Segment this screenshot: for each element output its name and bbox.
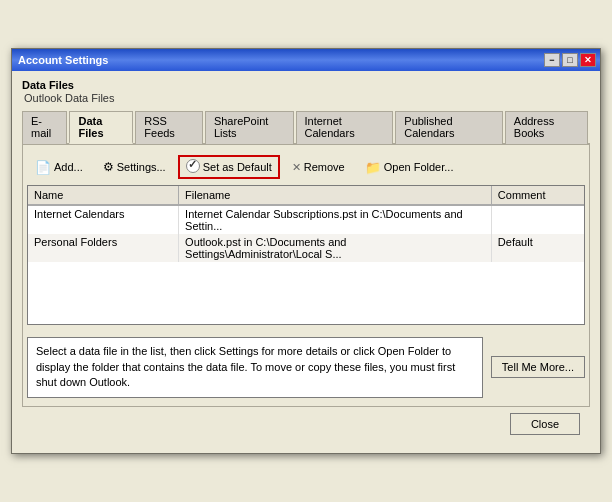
help-text: Select a data file in the list, then cli… [27,337,483,397]
set-default-button[interactable]: Set as Default [178,155,280,179]
minimize-button[interactable]: − [544,53,560,67]
tab-sharepoint-lists[interactable]: SharePoint Lists [205,111,294,144]
window-close-button[interactable]: ✕ [580,53,596,67]
row-filename: Outlook.pst in C:\Documents and Settings… [179,234,492,262]
add-button[interactable]: 📄 Add... [27,156,91,179]
maximize-button[interactable]: □ [562,53,578,67]
row-name: Internet Calendars [28,205,179,234]
col-header-name[interactable]: Name [28,186,179,205]
set-default-label: Set as Default [203,161,272,173]
open-folder-button[interactable]: 📁 Open Folder... [357,156,462,179]
tab-rss-feeds[interactable]: RSS Feeds [135,111,203,144]
remove-label: Remove [304,161,345,173]
close-button[interactable]: Close [510,413,580,435]
remove-icon [292,161,301,174]
settings-label: Settings... [117,161,166,173]
add-label: Add... [54,161,83,173]
toolbar: 📄 Add... ⚙ Settings... Set as Default Re… [23,149,589,185]
settings-icon: ⚙ [103,160,114,174]
tab-published-calendars[interactable]: Published Calendars [395,111,503,144]
row-comment: Default [491,234,584,262]
table-row[interactable]: Personal Folders Outlook.pst in C:\Docum… [28,234,584,262]
tab-address-books[interactable]: Address Books [505,111,588,144]
bottom-area: Select a data file in the list, then cli… [23,329,589,401]
settings-button[interactable]: ⚙ Settings... [95,156,174,178]
open-folder-label: Open Folder... [384,161,454,173]
check-icon [186,159,200,175]
title-bar-buttons: − □ ✕ [544,53,596,67]
add-icon: 📄 [35,160,51,175]
window-title: Account Settings [16,54,108,66]
folder-icon: 📁 [365,160,381,175]
account-settings-dialog: Account Settings − □ ✕ Data Files Outloo… [11,48,601,453]
tab-email[interactable]: E-mail [22,111,67,144]
tab-internet-calendars[interactable]: Internet Calendars [296,111,394,144]
table-row[interactable]: Internet Calendars Internet Calendar Sub… [28,205,584,234]
data-files-table-container: Name Filename Comment Internet Calendars… [27,185,585,325]
remove-button[interactable]: Remove [284,157,353,178]
tabs-row: E-mail Data Files RSS Feeds SharePoint L… [22,110,590,145]
row-comment [491,205,584,234]
dialog-footer: Close [22,407,590,443]
tab-data-files[interactable]: Data Files [69,111,133,144]
row-name: Personal Folders [28,234,179,262]
data-files-table: Name Filename Comment Internet Calendars… [28,186,584,262]
dialog-body: Data Files Outlook Data Files E-mail Dat… [12,71,600,452]
tell-me-more-button[interactable]: Tell Me More... [491,356,585,378]
title-bar: Account Settings − □ ✕ [12,49,600,71]
section-title: Data Files [22,79,590,91]
section-subtitle: Outlook Data Files [22,92,590,104]
tab-content-panel: 📄 Add... ⚙ Settings... Set as Default Re… [22,145,590,406]
row-filename: Internet Calendar Subscriptions.pst in C… [179,205,492,234]
col-header-comment[interactable]: Comment [491,186,584,205]
col-header-filename[interactable]: Filename [179,186,492,205]
